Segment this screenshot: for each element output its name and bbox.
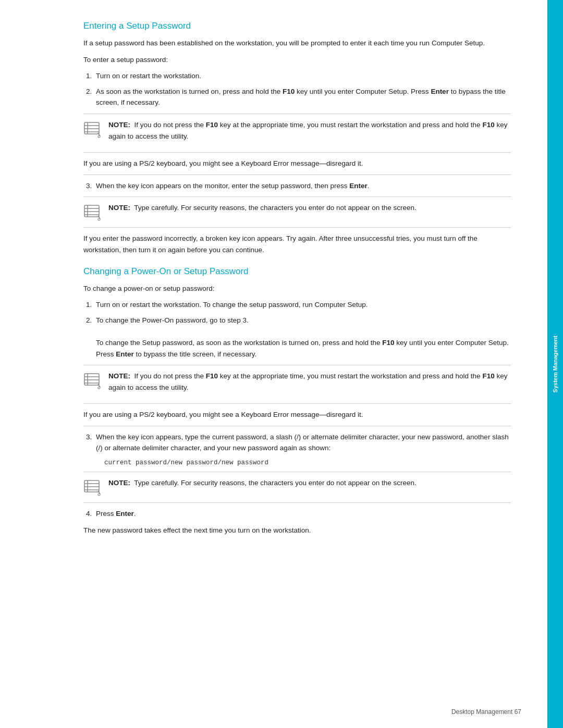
section1-note1-text: NOTE: If you do not press the F10 key at… (108, 119, 511, 142)
section1-step2: As soon as the workstation is turned on,… (94, 86, 511, 108)
section2-step3: When the key icon appears, type the curr… (94, 431, 511, 454)
divider-1 (83, 175, 511, 175)
section1-pre-list: To enter a setup password: (83, 54, 511, 66)
section1-title: Entering a Setup Password (83, 21, 511, 31)
section2-note1: NOTE: If you do not press the F10 key at… (83, 365, 511, 404)
section2-note1-text: NOTE: If you do not press the F10 key at… (108, 371, 511, 393)
section2-final: The new password takes effect the next t… (83, 525, 511, 536)
svg-point-5 (98, 135, 100, 138)
note-icon-2 (83, 203, 102, 222)
section2-note2: NOTE: Type carefully. For security reaso… (83, 472, 511, 503)
section2-step2: To change the Power-On password, go to s… (94, 315, 511, 360)
section2-step4: Press Enter. (94, 508, 511, 520)
svg-point-17 (98, 387, 100, 389)
side-tab-label: System Management (552, 331, 558, 397)
section1-intro: If a setup password has been established… (83, 38, 511, 49)
svg-point-11 (98, 218, 100, 220)
note-icon-1 (83, 120, 102, 139)
note-icon-3 (83, 372, 102, 390)
section2-note2-text: NOTE: Type carefully. For security reaso… (108, 477, 417, 489)
section1-after-note: If you enter the password incorrectly, a… (83, 233, 511, 255)
section2-title: Changing a Power-On or Setup Password (83, 266, 511, 277)
section1-steps-list: Turn on or restart the workstation. As s… (94, 70, 511, 108)
side-tab-container: System Management (547, 0, 563, 728)
section1-step1: Turn on or restart the workstation. (94, 70, 511, 82)
section2-step1: Turn on or restart the workstation. To c… (94, 299, 511, 311)
section2-step2-extra: To change the Setup password, as soon as… (96, 339, 509, 358)
section1-ps2-note: If you are using a PS/2 keyboard, you mi… (83, 158, 511, 169)
section1-note2-text: NOTE: Type carefully. For security reaso… (108, 202, 417, 214)
section2-step4-list: Press Enter. (94, 508, 511, 520)
code-example: current password/new password/new passwo… (104, 459, 511, 466)
section1-step3-list: When the key icon appears on the monitor… (94, 180, 511, 192)
section1-note2: NOTE: Type carefully. For security reaso… (83, 196, 511, 228)
section2-step3-list: When the key icon appears, type the curr… (94, 431, 511, 454)
page-footer: Desktop Management 67 (451, 708, 521, 715)
section1-note1: NOTE: If you do not press the F10 key at… (83, 114, 511, 153)
divider-2 (83, 426, 511, 426)
section1-step3: When the key icon appears on the monitor… (94, 180, 511, 192)
section2-intro: To change a power-on or setup password: (83, 283, 511, 294)
note-icon-4 (83, 478, 102, 497)
section2-ps2-note: If you are using a PS/2 keyboard, you mi… (83, 409, 511, 421)
svg-point-23 (98, 493, 100, 496)
section2-steps-list: Turn on or restart the workstation. To c… (94, 299, 511, 360)
